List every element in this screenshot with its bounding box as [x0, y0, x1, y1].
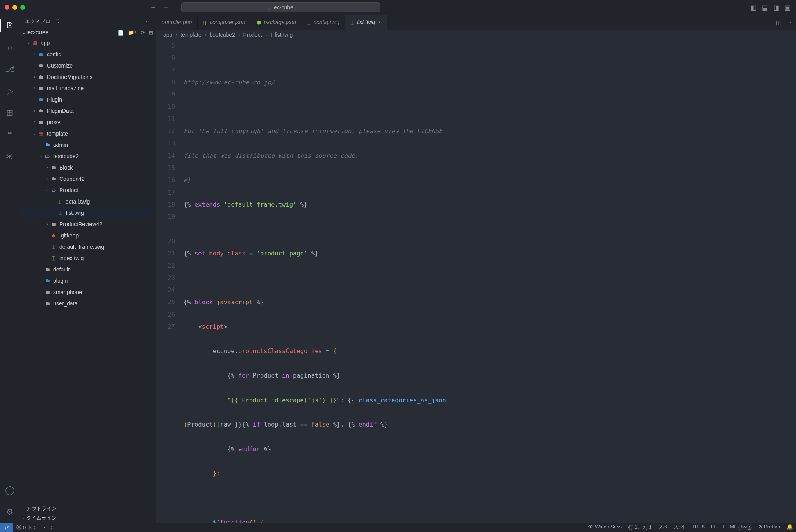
nav-forward[interactable]: → [163, 4, 170, 11]
close-tab-icon[interactable]: × [378, 19, 381, 25]
watch-sass[interactable]: 👁Watch Sass [585, 524, 625, 530]
tree-folder-app[interactable]: ⌄▦app [20, 37, 156, 48]
account-icon[interactable]: ◯ [5, 484, 15, 497]
tree-folder-userdata[interactable]: ›🖿user_data [20, 298, 156, 309]
file-tree: ⌄▦app ›🖿config ›🖿Customize ›🖿DoctrineMig… [20, 37, 156, 504]
tree-folder-plugindata[interactable]: ›🖿PluginData [20, 105, 156, 116]
tree-folder-default[interactable]: ›🖿default [20, 264, 156, 275]
warning-icon: ⚠ [27, 525, 32, 530]
folder-section-header[interactable]: ⌄ EC-CUBE 📄 📁⁺ ⟳ ⊟ [20, 28, 156, 37]
outline-section[interactable]: ›アウトライン [20, 504, 156, 513]
search-icon: ⌕ [268, 4, 271, 11]
tree-folder-bootcube2[interactable]: ⌄🗁bootcube2 [20, 150, 156, 162]
tree-file-gitkeep[interactable]: ◆.gitkeep [20, 230, 156, 241]
prettier[interactable]: ⊘Prettier [755, 524, 784, 530]
editor-area: ontroller.php {}composer.json ⬢package.j… [156, 15, 796, 523]
search-text: ec-cube [274, 4, 293, 11]
tree-folder-coupon[interactable]: ›🖿Coupon42 [20, 173, 156, 184]
eye-icon: 👁 [588, 524, 593, 530]
tree-folder-plugin2[interactable]: ›🖿plugin [20, 275, 156, 286]
tree-folder-plugin[interactable]: ›🖿Plugin [20, 94, 156, 105]
layout-toggle-left-icon[interactable]: ◧ [751, 4, 757, 11]
nav-back[interactable]: ← [150, 4, 156, 11]
close-window[interactable] [5, 5, 9, 10]
layout-toggle-right-icon[interactable]: ◨ [773, 4, 779, 11]
chevron-down-icon: ⌄ [23, 30, 26, 35]
explorer-icon[interactable]: 🗎 [0, 19, 20, 32]
activity-bar: 🗎 ⌕ ⎇ ▷ ⊞ ❝ ֎ ◯ ⚙ [0, 15, 20, 523]
tree-folder-admin[interactable]: ›🖿admin [20, 139, 156, 150]
code-content[interactable]: http://www.ec-cube.co.jp/ For the full c… [184, 40, 796, 523]
sidebar-title: エクスプローラー [25, 18, 66, 25]
layout-toggle-bottom-icon[interactable]: ⬓ [762, 4, 768, 11]
editor-tabs: ontroller.php {}composer.json ⬢package.j… [156, 15, 796, 30]
error-icon: ⓧ [16, 524, 21, 531]
sidebar: エクスプローラー ⋯ ⌄ EC-CUBE 📄 📁⁺ ⟳ ⊟ ⌄▦app ›🖿co… [20, 15, 156, 523]
tree-folder-proxy[interactable]: ›🖿proxy [20, 116, 156, 128]
tree-folder-customize[interactable]: ›🖿Customize [20, 60, 156, 71]
tree-folder-template[interactable]: ⌄▦template [20, 128, 156, 139]
tab-controller-php[interactable]: ontroller.php [156, 15, 198, 30]
encoding[interactable]: UTF-8 [687, 524, 708, 530]
refresh-icon[interactable]: ⟳ [141, 30, 145, 36]
remote-indicator[interactable]: ⇄ [0, 523, 13, 532]
collapse-icon[interactable]: ⊟ [149, 30, 153, 36]
eol[interactable]: LF [708, 524, 720, 530]
check-icon: ⊘ [758, 524, 762, 530]
port-indicator[interactable]: ᯤ0 [39, 523, 55, 532]
testing-icon[interactable]: ❝ [0, 128, 20, 141]
tree-file-defaultframe[interactable]: ⌶default_frame.twig [20, 241, 156, 252]
language-mode[interactable]: HTML (Twig) [720, 524, 755, 530]
command-center[interactable]: ⌕ ec-cube [181, 2, 380, 12]
tree-folder-smartphone[interactable]: ›🖿smartphone [20, 286, 156, 298]
breadcrumb[interactable]: app› template› bootcube2› Product› ⌶ lis… [156, 30, 796, 40]
tree-folder-mail[interactable]: ›🖿mail_magazine [20, 82, 156, 94]
source-control-icon[interactable]: ⎇ [0, 62, 20, 76]
tab-config-twig[interactable]: ⌶config.twig [302, 15, 345, 30]
tree-folder-productreview[interactable]: ›🖿ProductReview42 [20, 218, 156, 230]
problems-indicator[interactable]: ⓧ0 ⚠0 [13, 523, 39, 532]
sidebar-more-icon[interactable]: ⋯ [146, 19, 151, 25]
tab-package-json[interactable]: ⬢package.json [251, 15, 302, 30]
extensions-icon[interactable]: ⊞ [0, 106, 20, 120]
search-icon[interactable]: ⌕ [0, 41, 20, 54]
tree-file-index[interactable]: ⌶index.twig [20, 252, 156, 264]
antenna-icon: ᯤ [43, 525, 48, 530]
new-folder-icon[interactable]: 📁⁺ [128, 30, 137, 36]
tree-folder-block[interactable]: ›🖿Block [20, 162, 156, 173]
tab-list-twig[interactable]: ⌶list.twig× [345, 15, 387, 30]
code-editor[interactable]: 5678910111213141516171819202122232425262… [156, 40, 796, 523]
minimize-window[interactable] [12, 5, 17, 10]
notifications-icon[interactable]: 🔔 [784, 524, 796, 530]
tree-folder-product[interactable]: ⌄🗁Product [20, 184, 156, 196]
tree-file-detail[interactable]: ⌶detail.twig [20, 196, 156, 207]
ai-icon[interactable]: ֎ [0, 150, 20, 163]
more-actions-icon[interactable]: ⋯ [786, 20, 791, 25]
layout-customize-icon[interactable]: ▣ [785, 4, 791, 11]
cursor-position[interactable]: 行 1、列 1 [625, 524, 655, 531]
titlebar: ← → ⌕ ec-cube ◧ ⬓ ◨ ▣ [0, 0, 796, 15]
tree-folder-doctrine[interactable]: ›🖿DoctrineMigrations [20, 71, 156, 82]
new-file-icon[interactable]: 📄 [118, 30, 124, 36]
status-bar: ⇄ ⓧ0 ⚠0 ᯤ0 👁Watch Sass 行 1、列 1 スペース: 4 U… [0, 523, 796, 532]
timeline-section[interactable]: ›タイムライン [20, 513, 156, 523]
debug-icon[interactable]: ▷ [0, 84, 20, 98]
tree-file-list[interactable]: ⌶list.twig [20, 207, 156, 218]
split-editor-icon[interactable]: ◫ [776, 20, 781, 25]
maximize-window[interactable] [20, 5, 25, 10]
line-numbers: 5678910111213141516171819202122232425262… [156, 40, 184, 523]
folder-name: EC-CUBE [27, 30, 49, 36]
window-controls [5, 5, 25, 10]
indentation[interactable]: スペース: 4 [655, 524, 687, 531]
tree-folder-config[interactable]: ›🖿config [20, 48, 156, 60]
settings-gear-icon[interactable]: ⚙ [5, 505, 15, 519]
tab-composer-json[interactable]: {}composer.json [198, 15, 251, 30]
